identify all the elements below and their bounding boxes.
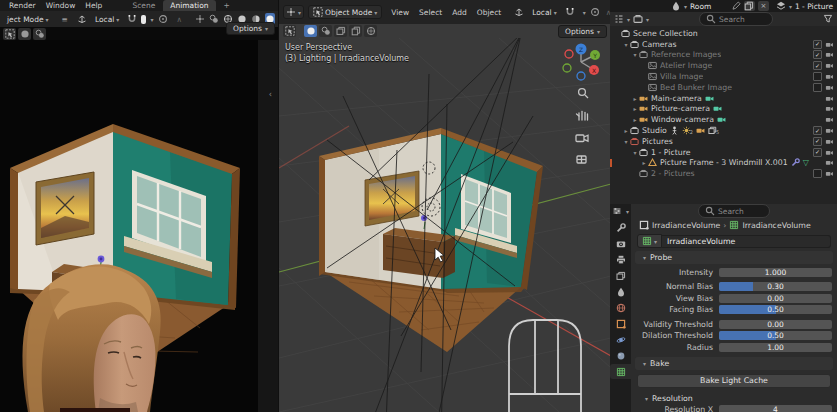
outliner-row[interactable]: ▸Window-camera [610,114,837,125]
render-visibility-icon[interactable] [825,50,834,59]
render-visibility-icon[interactable] [825,94,834,103]
property-slider[interactable]: 1.00 [719,343,832,352]
render-visibility-icon[interactable] [825,61,834,70]
render-visibility-icon[interactable] [825,169,834,178]
menu-help[interactable]: Help [80,1,107,10]
outliner-row[interactable]: Scene Collection [610,28,837,39]
filter-funnel-icon[interactable] [823,14,833,24]
scene-name[interactable]: Room [690,2,728,11]
properties-tab-scene[interactable] [610,284,631,299]
left-orientation-dropdown[interactable]: Local▾ [91,14,123,25]
exclude-checkbox[interactable]: ✓ [813,148,822,157]
render-visibility-icon[interactable] [825,115,834,124]
expand-arrow[interactable]: ▸ [622,127,630,134]
render-visibility-icon[interactable] [825,126,834,135]
properties-tab-tool[interactable] [610,220,631,235]
proportional-edit-icon[interactable] [590,7,600,17]
outliner-row[interactable]: Atelier Image✓ [610,60,837,71]
overlay-toggle-button[interactable] [364,25,377,37]
render-visibility-icon[interactable] [825,40,834,49]
pin-icon[interactable] [731,1,741,11]
workspace-tab-+[interactable]: + [217,0,237,11]
viewport-menu-select[interactable]: Select [414,8,447,17]
render-visibility-icon[interactable] [825,148,834,157]
mode-dropdown[interactable]: Object Mode▾ [308,5,382,19]
render-visibility-icon[interactable] [825,104,834,113]
exclude-checkbox[interactable]: ✓ [813,61,822,70]
expand-arrow[interactable]: ▾ [622,138,630,145]
viewport-menu-add[interactable]: Add [447,8,472,17]
outliner-row[interactable]: ▸Studio25✓ [610,125,837,136]
expand-arrow[interactable]: ▸ [640,159,648,166]
properties-tab-object[interactable] [610,316,631,331]
overlays-icon[interactable] [209,14,219,24]
overlay-toggle-button[interactable] [304,25,317,37]
outliner-row[interactable]: ▾Pictures✓ [610,136,837,147]
outliner-row[interactable]: ▾Reference Images✓ [610,50,837,61]
expand-arrow[interactable]: ▸ [631,95,639,102]
viewport-menu-view[interactable]: View [386,8,414,17]
overlay-toggle-button[interactable] [319,25,332,37]
orientation-dropdown[interactable]: Local▾ [528,7,560,18]
exclude-checkbox[interactable]: ✓ [813,137,822,146]
properties-tab-render[interactable] [610,236,631,251]
exclude-checkbox[interactable]: ✓ [813,50,822,59]
viewport-menu-object[interactable]: Object [472,8,506,17]
resolution-panel-header[interactable]: ▾Resolution [631,392,837,405]
render-visibility-icon[interactable] [825,158,834,167]
outliner-row[interactable]: Villa Image [610,71,837,82]
property-slider[interactable]: 1.000 [719,268,832,277]
overlay-toggle-button[interactable] [349,25,362,37]
menu-window[interactable]: Window [41,1,81,10]
exclude-checkbox[interactable]: ✓ [813,126,822,135]
properties-search-input[interactable]: Search [698,204,770,218]
expand-arrow[interactable]: ▾ [622,41,630,48]
property-slider[interactable]: 0.00 [719,320,832,329]
properties-tab-world[interactable] [610,300,631,315]
outliner-row[interactable]: Bed Bunker Image [610,82,837,93]
property-slider[interactable]: 4 [719,405,832,412]
exclude-checkbox[interactable]: ✓ [813,40,822,49]
render-visibility-icon[interactable] [825,72,834,81]
properties-tab-view-layer[interactable] [610,268,631,283]
outliner-display-mode-icon[interactable] [614,14,624,24]
expand-arrow[interactable]: ▾ [631,149,639,156]
left-camera-view[interactable]: ‹ [0,40,278,412]
outliner-search-input[interactable]: Search [699,12,773,26]
hamburger-icon[interactable]: ≡ [57,15,73,24]
property-slider[interactable]: 0.00 [719,294,832,303]
room-3d-scene[interactable]: Z Y X [279,38,611,412]
editor-type-button[interactable]: ▾ [283,5,304,19]
tool-button[interactable] [283,25,296,37]
left-options-button[interactable]: Options▾ [226,22,275,35]
workspace-tab-animation[interactable]: Animation [163,0,215,11]
outliner-row[interactable]: ▸Picture-camera [610,104,837,115]
view-layer-name[interactable]: 1 - Picture [795,2,833,11]
outliner-filter-icon[interactable] [633,14,643,24]
snap-magnet-icon[interactable] [127,14,137,24]
exclude-checkbox[interactable] [813,169,822,178]
expand-arrow[interactable]: ▸ [631,116,639,123]
properties-tab-object-data[interactable] [610,364,631,379]
property-slider[interactable]: 0.30 [719,282,832,291]
property-slider[interactable]: 0.50 [719,305,832,314]
expand-arrow[interactable]: ▸ [631,105,639,112]
viewport-options-button[interactable]: Options▾ [558,25,607,38]
menu-render[interactable]: Render [4,1,41,10]
datablock-name-field[interactable]: IrradianceVolume [662,235,831,248]
outliner-row[interactable]: ▸Main-camera [610,93,837,104]
outliner-row[interactable]: ▾Cameras✓ [610,39,837,50]
tool-button[interactable] [3,28,16,40]
outliner-row[interactable]: ▸Picture Frame - 3 Windmill X.001▽ [610,158,837,169]
expand-arrow[interactable]: ▾ [631,51,639,58]
properties-tab-output[interactable] [610,252,631,267]
gizmo-icon[interactable] [195,14,205,24]
exclude-checkbox[interactable] [813,83,822,92]
bake-panel-header[interactable]: ▾Bake [635,357,833,370]
bake-light-cache-button[interactable]: Bake Light Cache [637,374,831,388]
properties-editor-type-icon[interactable] [612,206,622,216]
new-scene-button[interactable] [744,1,755,11]
outliner-row[interactable]: 2 - Pictures [610,168,837,179]
breadcrumb-object[interactable]: IrradianceVolume [652,221,720,230]
left-mode-dropdown[interactable]: ject Mode▾ [3,14,53,25]
